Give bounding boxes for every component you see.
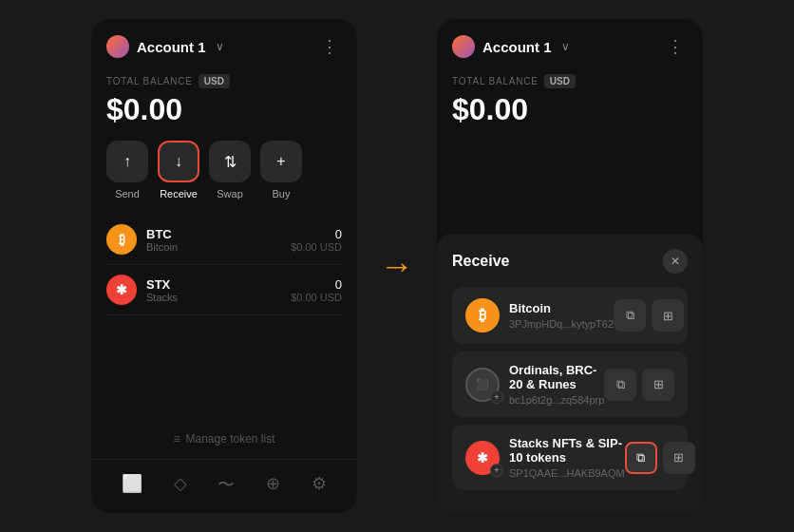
receive-label: Receive — [160, 188, 198, 200]
btc-icon: ₿ — [106, 224, 137, 255]
send-label: Send — [115, 188, 140, 200]
manage-token-label: Manage token list — [185, 432, 274, 446]
btc-amount: 0 — [291, 227, 342, 241]
stx-copy-button[interactable]: ⧉ — [625, 442, 657, 474]
receive-stx-item[interactable]: ✱ + Stacks NFTs & SIP-10 tokens SP1QAAE.… — [452, 425, 688, 490]
stx-plus-icon: + — [490, 464, 503, 477]
receive-bitcoin-left: ₿ Bitcoin 3PJmpHDq...kytypT62 — [465, 298, 614, 332]
btc-token-name: Bitcoin — [146, 241, 178, 253]
receive-ordinals-left: ⬛ + Ordinals, BRC-20 & Runes bc1p6t2g...… — [465, 363, 604, 406]
send-button[interactable]: ↑ Send — [106, 141, 148, 200]
arrow-container: → — [380, 246, 414, 286]
receive-stx-left: ✱ + Stacks NFTs & SIP-10 tokens SP1QAAE.… — [465, 436, 625, 479]
buy-button[interactable]: + Buy — [260, 141, 302, 200]
left-balance-label-text: TOTAL BALANCE — [106, 76, 193, 86]
btc-token-right: 0 $0.00 USD — [291, 227, 342, 253]
btc-usd: $0.00 USD — [291, 241, 342, 253]
stx-icon-group: ✱ + — [465, 441, 500, 475]
left-account-avatar — [106, 35, 129, 58]
ordinals-receive-address: bc1p6t2g...zq584prp — [509, 394, 604, 406]
stx-icon: ✱ — [106, 275, 137, 305]
stx-usd: $0.00 USD — [291, 292, 342, 303]
swap-label: Swap — [217, 188, 243, 200]
bitcoin-receive-actions: ⧉ ⊞ — [614, 299, 684, 332]
left-header: Account 1 ∨ ⋮ — [91, 19, 357, 70]
btc-token-item[interactable]: ₿ BTC Bitcoin 0 $0.00 USD — [106, 215, 342, 265]
left-chevron-down-icon: ∨ — [216, 40, 224, 53]
swap-button[interactable]: ⇅ Swap — [209, 141, 251, 200]
left-balance-amount: $0.00 — [106, 92, 342, 127]
right-chevron-down-icon: ∨ — [561, 40, 570, 53]
swap-icon: ⇅ — [209, 141, 251, 182]
left-bottom-nav: ⬜ ◇ 〜 ⊕ ⚙ — [91, 459, 357, 513]
left-phone-panel: Account 1 ∨ ⋮ TOTAL BALANCE USD $0.00 ↑ … — [91, 19, 357, 513]
right-account-avatar — [452, 35, 475, 58]
nav-explore-icon[interactable]: ⊕ — [258, 469, 288, 500]
right-account-selector[interactable]: Account 1 ∨ — [452, 35, 570, 58]
stx-token-left: ✱ STX Stacks — [106, 275, 178, 305]
ordinals-plus-icon: + — [490, 390, 503, 404]
bitcoin-receive-address: 3PJmpHDq...kytypT62 — [509, 318, 614, 330]
stx-receive-actions: ⧉ ⊞ — [625, 442, 695, 474]
manage-token-icon: ≡ — [173, 432, 180, 446]
right-balance-amount: $0.00 — [452, 92, 688, 127]
left-usd-badge: USD — [198, 74, 230, 88]
btc-token-info: BTC Bitcoin — [146, 227, 178, 253]
main-container: Account 1 ∨ ⋮ TOTAL BALANCE USD $0.00 ↑ … — [0, 0, 794, 532]
receive-bitcoin-item[interactable]: ₿ Bitcoin 3PJmpHDq...kytypT62 ⧉ ⊞ — [452, 287, 688, 344]
stx-receive-info: Stacks NFTs & SIP-10 tokens SP1QAAE...HA… — [509, 436, 625, 479]
left-balance-section: TOTAL BALANCE USD $0.00 — [91, 70, 357, 141]
bitcoin-receive-name: Bitcoin — [509, 301, 614, 315]
left-account-selector[interactable]: Account 1 ∨ — [106, 35, 224, 58]
left-account-name: Account 1 — [137, 39, 206, 55]
buy-icon: + — [260, 141, 302, 182]
nav-settings-icon[interactable]: ⚙ — [304, 469, 334, 500]
right-header: Account 1 ∨ ⋮ — [437, 19, 703, 70]
btc-token-left: ₿ BTC Bitcoin — [106, 224, 178, 255]
bitcoin-receive-info: Bitcoin 3PJmpHDq...kytypT62 — [509, 301, 614, 330]
stx-token-item[interactable]: ✱ STX Stacks 0 $0.00 USD — [106, 265, 342, 315]
ordinals-copy-button[interactable]: ⧉ — [604, 369, 636, 401]
nav-wallet-icon[interactable]: ⬜ — [114, 469, 150, 500]
stx-token-right: 0 $0.00 USD — [291, 277, 342, 303]
nav-activity-icon[interactable]: 〜 — [210, 469, 242, 500]
direction-arrow: → — [380, 246, 414, 286]
left-more-button[interactable]: ⋮ — [317, 32, 342, 61]
ordinals-receive-actions: ⧉ ⊞ — [604, 369, 674, 401]
receive-modal-title: Receive — [452, 253, 510, 270]
send-icon: ↑ — [106, 141, 148, 182]
nav-collectibles-icon[interactable]: ◇ — [166, 469, 195, 500]
right-usd-badge: USD — [544, 74, 576, 88]
right-phone-panel: Account 1 ∨ ⋮ TOTAL BALANCE USD $0.00 Re… — [437, 19, 703, 513]
btc-token-symbol: BTC — [146, 227, 178, 241]
stx-token-info: STX Stacks — [146, 277, 178, 303]
right-balance-label-text: TOTAL BALANCE — [452, 76, 539, 86]
receive-button[interactable]: ↓ Receive — [158, 141, 199, 200]
right-balance-label-row: TOTAL BALANCE USD — [452, 74, 688, 88]
ordinals-receive-name: Ordinals, BRC-20 & Runes — [509, 363, 604, 391]
bitcoin-receive-icon: ₿ — [465, 298, 500, 332]
right-account-name: Account 1 — [482, 39, 552, 55]
left-balance-label-row: TOTAL BALANCE USD — [106, 74, 342, 88]
stx-amount: 0 — [291, 277, 342, 292]
receive-modal-header: Receive ✕ — [452, 249, 688, 274]
buy-label: Buy — [273, 188, 291, 200]
right-balance-section: TOTAL BALANCE USD $0.00 — [437, 70, 703, 141]
stx-receive-address: SP1QAAE...HAKB9AQM — [509, 467, 625, 479]
stx-qr-button[interactable]: ⊞ — [663, 442, 695, 474]
stx-token-symbol: STX — [146, 277, 178, 292]
left-action-buttons: ↑ Send ↓ Receive ⇅ Swap + Buy — [91, 141, 357, 215]
receive-close-button[interactable]: ✕ — [663, 249, 688, 274]
left-token-list: ₿ BTC Bitcoin 0 $0.00 USD ✱ STX Stacks — [91, 215, 357, 419]
stx-receive-name: Stacks NFTs & SIP-10 tokens — [509, 436, 625, 465]
bitcoin-copy-button[interactable]: ⧉ — [614, 299, 646, 332]
receive-icon: ↓ — [158, 141, 199, 182]
stx-token-name: Stacks — [146, 292, 178, 303]
ordinals-qr-button[interactable]: ⊞ — [642, 369, 674, 401]
receive-ordinals-item[interactable]: ⬛ + Ordinals, BRC-20 & Runes bc1p6t2g...… — [452, 352, 688, 417]
receive-modal: Receive ✕ ₿ Bitcoin 3PJmpHDq...kytypT62 … — [437, 234, 703, 513]
right-more-button[interactable]: ⋮ — [663, 32, 688, 61]
ordinals-receive-info: Ordinals, BRC-20 & Runes bc1p6t2g...zq58… — [509, 363, 604, 406]
bitcoin-qr-button[interactable]: ⊞ — [652, 299, 684, 332]
manage-token-link[interactable]: ≡ Manage token list — [91, 419, 357, 459]
